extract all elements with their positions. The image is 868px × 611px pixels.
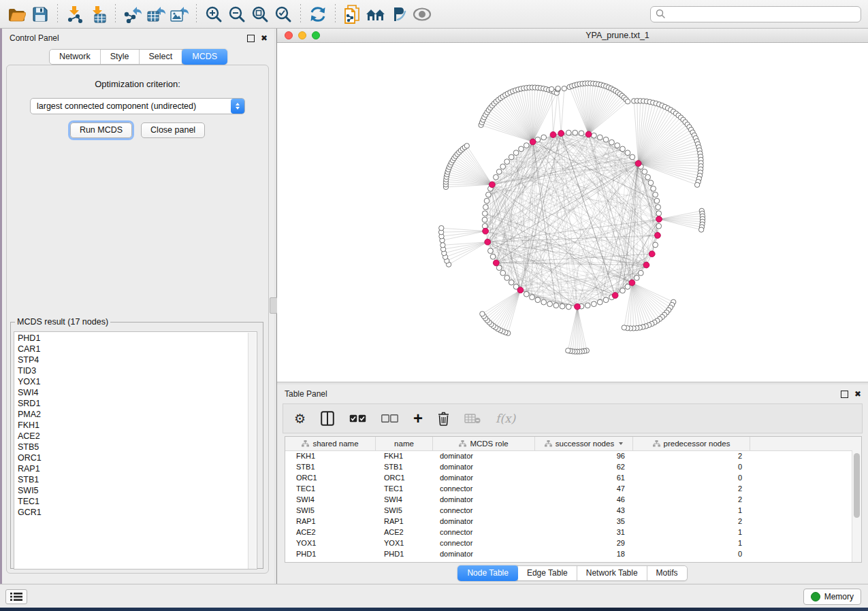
network-node[interactable] — [634, 276, 639, 281]
network-node[interactable] — [566, 130, 571, 135]
create-column-icon[interactable]: + — [413, 408, 423, 429]
network-node[interactable] — [480, 312, 485, 316]
network-node[interactable] — [642, 169, 647, 175]
table-scrollbar-thumb[interactable] — [854, 453, 860, 518]
network-node[interactable] — [609, 139, 615, 145]
table-row[interactable]: PHD1PHD1dominator180 — [285, 548, 852, 559]
network-node[interactable] — [603, 137, 609, 142]
network-node[interactable] — [439, 226, 444, 231]
mcds-node[interactable] — [530, 139, 536, 145]
column-header-predecessor-nodes[interactable]: predecessor nodes — [633, 437, 750, 450]
mcds-result-item[interactable]: PHD1 — [18, 333, 257, 344]
network-node[interactable] — [638, 270, 643, 276]
network-node[interactable] — [625, 150, 630, 156]
mcds-result-item[interactable]: ORC1 — [18, 452, 257, 463]
mcds-node[interactable] — [635, 161, 641, 167]
network-node[interactable] — [524, 143, 529, 148]
tab-edge-table[interactable]: Edge Table — [518, 566, 577, 580]
network-node[interactable] — [562, 86, 566, 90]
close-panel-button[interactable]: Close panel — [141, 122, 205, 138]
open-session-icon[interactable] — [5, 3, 29, 25]
mcds-result-item[interactable]: SWI4 — [18, 387, 257, 398]
mcds-node[interactable] — [558, 131, 564, 137]
network-node[interactable] — [513, 150, 519, 156]
float-table-panel-icon[interactable] — [841, 391, 848, 398]
network-node[interactable] — [541, 135, 547, 140]
network-node[interactable] — [504, 159, 510, 165]
mcds-node[interactable] — [550, 132, 556, 138]
table-row[interactable]: ORC1ORC1dominator610 — [285, 472, 852, 483]
network-node[interactable] — [592, 301, 597, 307]
network-node[interactable] — [464, 144, 469, 148]
zoom-selected-icon[interactable] — [272, 3, 295, 25]
network-node[interactable] — [597, 135, 602, 140]
column-header-MCDS-role[interactable]: MCDS role — [433, 437, 535, 450]
network-node[interactable] — [524, 291, 529, 297]
network-node[interactable] — [698, 227, 703, 232]
tab-motifs[interactable]: Motifs — [647, 566, 687, 580]
table-scrollbar[interactable] — [852, 450, 861, 562]
network-node[interactable] — [490, 254, 496, 259]
table-row[interactable]: FKH1FKH1dominator962 — [285, 450, 852, 461]
network-node[interactable] — [645, 175, 651, 180]
float-panel-icon[interactable] — [247, 35, 255, 42]
network-node[interactable] — [566, 304, 571, 310]
tab-node-table[interactable]: Node Table — [457, 565, 519, 581]
network-node[interactable] — [625, 99, 630, 104]
mcds-node[interactable] — [629, 280, 635, 286]
network-node[interactable] — [530, 295, 535, 300]
network-node[interactable] — [656, 205, 661, 210]
mcds-result-item[interactable]: FKH1 — [18, 420, 257, 431]
network-node[interactable] — [482, 217, 487, 222]
minimize-window-icon[interactable] — [298, 31, 306, 39]
close-panel-icon[interactable]: ✖ — [261, 35, 268, 42]
network-node[interactable] — [615, 143, 620, 148]
close-table-panel-icon[interactable]: ✖ — [854, 391, 861, 397]
network-node[interactable] — [620, 288, 626, 293]
zoom-out-icon[interactable] — [225, 3, 248, 25]
network-node[interactable] — [484, 198, 489, 203]
task-history-button[interactable] — [5, 589, 27, 604]
network-graph[interactable] — [277, 43, 868, 382]
network-node[interactable] — [597, 299, 602, 305]
mcds-result-item[interactable]: CAR1 — [18, 344, 257, 354]
network-node[interactable] — [651, 186, 656, 191]
network-node[interactable] — [494, 175, 499, 180]
table-row[interactable]: TEC1TEC1connector472 — [285, 483, 852, 494]
annotations-icon[interactable] — [387, 3, 411, 25]
mcds-result-item[interactable]: RAP1 — [18, 463, 257, 474]
mcds-result-item[interactable]: TEC1 — [18, 496, 257, 507]
mcds-result-item[interactable]: GCR1 — [18, 507, 257, 518]
mcds-result-item[interactable]: SRD1 — [18, 398, 257, 409]
run-mcds-button[interactable]: Run MCDS — [70, 122, 132, 138]
network-node[interactable] — [630, 154, 635, 160]
network-node[interactable] — [500, 164, 506, 169]
network-node[interactable] — [556, 86, 560, 90]
network-node[interactable] — [547, 301, 553, 307]
column-header-shared-name[interactable]: shared name — [285, 437, 376, 450]
import-network-icon[interactable] — [63, 3, 86, 25]
mcds-node[interactable] — [649, 251, 655, 257]
network-canvas[interactable] — [277, 43, 868, 382]
mcds-node[interactable] — [485, 239, 491, 245]
zoom-fit-icon[interactable] — [248, 3, 272, 25]
tab-network-table[interactable]: Network Table — [577, 566, 647, 580]
mcds-node[interactable] — [575, 303, 581, 310]
export-table-icon[interactable] — [144, 3, 167, 25]
mcds-result-item[interactable]: TID3 — [18, 365, 257, 376]
network-node[interactable] — [694, 182, 699, 187]
network-node[interactable] — [560, 303, 565, 309]
mcds-result-item[interactable]: STB5 — [18, 442, 257, 452]
network-node[interactable] — [553, 303, 559, 308]
network-node[interactable] — [566, 348, 570, 353]
table-row[interactable]: STB1STB1dominator620 — [285, 461, 852, 472]
network-node[interactable] — [500, 270, 506, 276]
network-node[interactable] — [622, 325, 626, 330]
mcds-node[interactable] — [656, 216, 662, 222]
network-node[interactable] — [541, 299, 547, 305]
result-scrollbar[interactable] — [248, 333, 256, 569]
network-node[interactable] — [625, 284, 630, 290]
network-node[interactable] — [486, 192, 492, 197]
network-node[interactable] — [519, 146, 524, 152]
select-all-columns-icon[interactable] — [349, 408, 366, 429]
